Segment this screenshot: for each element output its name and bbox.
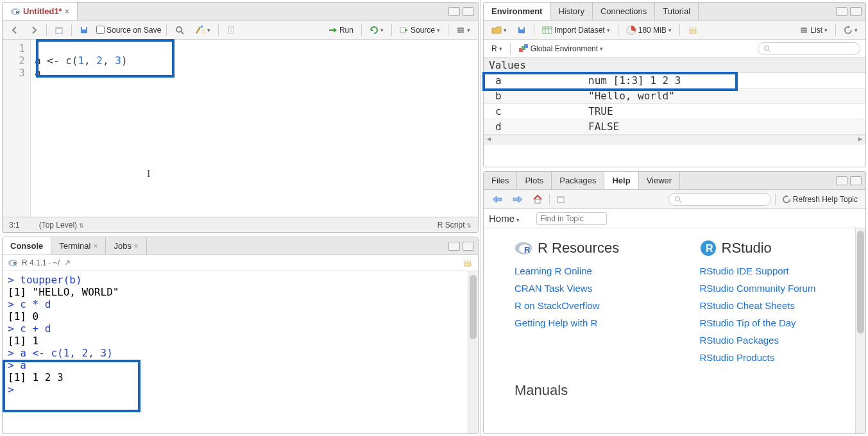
clear-console-icon[interactable]	[463, 258, 473, 268]
tab-packages[interactable]: Packages	[552, 172, 604, 189]
help-link[interactable]: RStudio Cheat Sheets	[700, 300, 847, 311]
tab-plots[interactable]: Plots	[517, 172, 552, 189]
scrollbar[interactable]	[855, 228, 865, 433]
help-back-button[interactable]	[489, 194, 506, 205]
help-search-input[interactable]	[668, 193, 771, 206]
close-icon[interactable]: ×	[65, 7, 69, 16]
source-tab[interactable]: R Untitled1* ×	[3, 3, 78, 20]
r-logo-icon: R	[8, 258, 18, 267]
tab-connections[interactable]: Connections	[593, 3, 655, 20]
help-home-button[interactable]	[530, 193, 545, 206]
tab-help[interactable]: Help	[604, 172, 638, 189]
compile-report-button[interactable]	[224, 24, 238, 36]
editor-statusbar: 3:1 (Top Level) R Script	[3, 217, 478, 232]
values-section-header: Values	[484, 58, 865, 73]
code-editor[interactable]: 1 2 3 a <- c(1, 2, 3) a I	[3, 40, 478, 217]
help-link[interactable]: Learning R Online	[515, 265, 661, 276]
table-row[interactable]: anum [1:3] 1 2 3	[484, 73, 865, 88]
r-file-icon: R	[10, 7, 21, 16]
svg-line-47	[769, 50, 770, 52]
find-in-topic-input[interactable]	[536, 212, 607, 225]
minimize-pane-button[interactable]	[448, 7, 460, 16]
help-link[interactable]: RStudio IDE Support	[700, 265, 847, 276]
back-button[interactable]	[8, 24, 22, 36]
search-input[interactable]	[758, 42, 860, 55]
tab-environment[interactable]: Environment	[484, 3, 550, 20]
source-button[interactable]: Source	[397, 24, 443, 36]
help-link[interactable]: RStudio Packages	[700, 335, 847, 346]
maximize-pane-button[interactable]	[850, 176, 862, 185]
help-tabstrip: Files Plots Packages Help Viewer	[484, 172, 865, 190]
load-workspace-button[interactable]	[489, 24, 509, 36]
maximize-pane-button[interactable]	[463, 7, 474, 16]
popout-icon[interactable]	[64, 259, 71, 267]
view-mode-button[interactable]: List	[797, 24, 830, 36]
minimize-pane-button[interactable]	[448, 242, 460, 251]
scope-selector[interactable]: (Top Level)	[39, 221, 84, 230]
refresh-help-button[interactable]: Refresh Help Topic	[779, 194, 860, 205]
save-workspace-button[interactable]	[515, 24, 529, 36]
svg-rect-6	[82, 27, 86, 29]
show-in-new-window-button[interactable]	[52, 24, 66, 36]
tab-console[interactable]: Console	[3, 237, 51, 255]
run-button[interactable]: Run	[326, 24, 356, 36]
env-tabstrip: Environment History Connections Tutorial	[484, 3, 865, 21]
maximize-pane-button[interactable]	[850, 7, 862, 16]
outline-button[interactable]	[454, 24, 473, 36]
svg-rect-25	[464, 263, 471, 266]
scrollbar[interactable]	[468, 271, 478, 433]
save-button[interactable]	[77, 24, 91, 36]
file-type-selector[interactable]: R Script	[438, 221, 472, 230]
svg-rect-4	[56, 28, 62, 29]
svg-point-10	[202, 31, 203, 33]
help-link[interactable]: Getting Help with R	[515, 317, 661, 328]
help-link[interactable]: RStudio Tip of the Day	[700, 317, 847, 328]
table-row[interactable]: dFALSE	[484, 119, 865, 135]
tab-terminal[interactable]: Terminal ×	[51, 237, 106, 255]
tab-files[interactable]: Files	[484, 172, 517, 189]
source-on-save-checkbox[interactable]: Source on Save	[96, 26, 161, 35]
clear-objects-button[interactable]	[685, 24, 701, 37]
help-link[interactable]: CRAN Task Views	[515, 283, 661, 294]
tab-tutorial[interactable]: Tutorial	[655, 3, 699, 20]
help-breadcrumb[interactable]: Home	[489, 213, 520, 224]
source-tab-label: Untitled1*	[23, 6, 62, 16]
svg-text:R: R	[524, 245, 531, 255]
environment-selector[interactable]: Global Environment	[516, 43, 606, 55]
svg-point-12	[204, 33, 205, 34]
view-mode-label: List	[810, 26, 822, 35]
help-link[interactable]: RStudio Community Forum	[700, 283, 847, 294]
maximize-pane-button[interactable]	[463, 242, 474, 251]
tab-viewer[interactable]: Viewer	[639, 172, 681, 189]
scrollbar[interactable]	[484, 135, 865, 145]
code-tools-button[interactable]	[192, 24, 213, 37]
refresh-button[interactable]	[841, 24, 860, 36]
rerun-button[interactable]	[367, 24, 386, 36]
tab-jobs[interactable]: Jobs ×	[106, 237, 146, 255]
svg-line-39	[695, 27, 696, 30]
svg-point-53	[675, 196, 679, 201]
console-header: R R 4.1.1 · ~/	[3, 255, 478, 271]
help-link[interactable]: R on StackOverflow	[515, 300, 661, 311]
close-icon[interactable]: ×	[93, 242, 98, 251]
table-row[interactable]: b"Hello, world"	[484, 88, 865, 104]
tab-history[interactable]: History	[550, 3, 592, 20]
help-forward-button[interactable]	[509, 194, 526, 205]
svg-text:R: R	[16, 10, 20, 15]
close-icon[interactable]: ×	[134, 242, 139, 251]
help-popout-button[interactable]	[554, 194, 568, 205]
find-button[interactable]	[172, 24, 187, 37]
forward-button[interactable]	[27, 24, 41, 36]
minimize-pane-button[interactable]	[836, 176, 847, 185]
console-output[interactable]: > toupper(b) [1] "HELLO, WORLD" > c * d …	[3, 271, 478, 433]
environment-table: anum [1:3] 1 2 3 b"Hello, world" cTRUE d…	[484, 73, 865, 135]
minimize-pane-button[interactable]	[836, 7, 847, 16]
cursor-position: 3:1	[9, 221, 20, 230]
help-link[interactable]: RStudio Products	[700, 352, 847, 363]
console-tabstrip: Console Terminal × Jobs ×	[3, 237, 478, 255]
table-row[interactable]: cTRUE	[484, 104, 865, 119]
import-dataset-button[interactable]: Import Dataset	[540, 24, 613, 36]
svg-point-11	[203, 29, 205, 31]
memory-usage-button[interactable]: 180 MiB	[624, 24, 674, 37]
language-selector[interactable]: R	[489, 43, 505, 55]
